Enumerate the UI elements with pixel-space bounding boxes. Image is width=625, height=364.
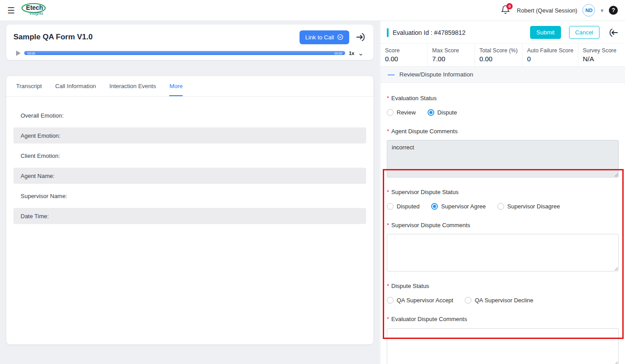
auto-failure-score-cell: Auto Failure Score 0 — [522, 44, 578, 66]
evaluation-id: Evaluation Id : #47859812 — [393, 29, 526, 36]
required-asterisk: * — [387, 283, 389, 290]
avatar[interactable]: ND — [582, 4, 595, 17]
left-panel: Sample QA Form V1.0 Link to Call 00:00 0… — [0, 21, 380, 364]
score-value: N/A — [583, 55, 621, 63]
circle-chevron-icon — [337, 34, 343, 40]
evaluation-header: Evaluation Id : #47859812 Submit Cancel — [381, 21, 625, 43]
notification-badge: 0 — [506, 3, 513, 9]
cancel-button[interactable]: Cancel — [569, 26, 599, 39]
help-icon[interactable]: ? — [609, 6, 618, 15]
submit-button[interactable]: Submit — [530, 26, 561, 39]
evaluation-panel: Evaluation Id : #47859812 Submit Cancel … — [380, 21, 625, 364]
elapsed-time: 00:00 — [27, 51, 35, 55]
score-label: Score — [385, 47, 423, 54]
tab-more[interactable]: More — [169, 76, 183, 96]
supervisor-dispute-comments-label: * Supervisor Dispute Comments — [387, 222, 619, 229]
score-value: 0.00 — [479, 55, 518, 63]
score-value: 0.00 — [385, 55, 423, 63]
collapse-panel-icon[interactable] — [608, 27, 619, 38]
score-label: Max Score — [432, 47, 470, 54]
evaluation-status-group: Review Dispute — [387, 109, 619, 116]
tab-bar: Transcript Call Information Interaction … — [6, 76, 373, 97]
topbar: ☰ Etech insights 0 Robert (Qeval Session… — [0, 0, 625, 21]
radio-dispute[interactable]: Dispute — [428, 109, 457, 116]
topbar-left: ☰ Etech insights — [7, 2, 48, 18]
score-cell: Score 0.00 — [381, 44, 427, 66]
tab-interaction-events[interactable]: Interaction Events — [109, 76, 156, 96]
radio-circle — [465, 297, 471, 304]
page-title: Sample QA Form V1.0 — [13, 33, 300, 42]
radio-circle — [387, 109, 394, 116]
evaluator-dispute-comments-label: * Evaluator Dispute Comments — [387, 316, 619, 323]
supervisor-dispute-status-label: * Supervisor Dispute Status — [387, 189, 619, 196]
radio-supervisor-disagree[interactable]: Supervisor Disagree — [497, 203, 560, 210]
play-button[interactable] — [16, 51, 21, 56]
score-label: Auto Failure Score — [527, 47, 574, 54]
evaluation-status-label: * Evaluation Status — [387, 95, 619, 102]
field-overall-emotion: Overall Emotion: — [13, 107, 366, 123]
link-to-call-label: Link to Call — [305, 34, 334, 41]
required-asterisk: * — [387, 189, 389, 196]
radio-circle — [497, 203, 504, 210]
playback-speed[interactable]: 1x — [349, 51, 354, 56]
radio-circle-checked — [428, 109, 434, 116]
radio-disputed[interactable]: Disputed — [387, 203, 420, 210]
collapse-section-icon[interactable]: — — [388, 71, 394, 78]
radio-circle-checked — [431, 203, 438, 210]
player-chevron-down-icon[interactable]: ⌄ — [358, 50, 364, 56]
survey-score-cell: Survey Score N/A — [578, 44, 625, 66]
section-title: Review/Dispute Information — [399, 71, 473, 78]
qa-form-card: Sample QA Form V1.0 Link to Call 00:00 0… — [6, 25, 373, 60]
notifications-button[interactable]: 0 — [501, 5, 511, 16]
brand-name: Etech — [26, 4, 43, 11]
score-label: Survey Score — [583, 47, 621, 54]
exit-fullscreen-icon[interactable] — [355, 32, 366, 42]
audio-player: 00:00 00:00 1x ⌄ — [13, 47, 366, 56]
topbar-right: 0 Robert (Qeval Session) ND ▾ ? — [501, 4, 618, 17]
seek-bar[interactable]: 00:00 00:00 — [24, 51, 345, 55]
tab-transcript[interactable]: Transcript — [16, 76, 42, 96]
agent-dispute-comments-label: * Agent Dispute Comments — [387, 128, 619, 135]
link-to-call-button[interactable]: Link to Call — [300, 30, 349, 44]
evaluator-dispute-comments-textarea[interactable] — [387, 328, 619, 364]
radio-qa-supervisor-decline[interactable]: QA Supervisor Decline — [465, 297, 533, 304]
more-tab-content: Overall Emotion: Agent Emotion: Client E… — [6, 97, 373, 239]
agent-dispute-comments-textarea[interactable]: incorrect — [387, 140, 619, 178]
supervisor-dispute-comments-textarea[interactable] — [387, 234, 619, 271]
accent-bar — [387, 28, 389, 37]
menu-icon[interactable]: ☰ — [7, 6, 15, 15]
duration-time: 00:00 — [334, 51, 342, 55]
total-score-cell: Total Score (%) 0.00 — [475, 44, 522, 66]
score-value: 0 — [527, 55, 574, 63]
score-label: Total Score (%) — [479, 47, 518, 54]
radio-circle — [387, 297, 394, 304]
field-agent-name: Agent Name: — [13, 168, 366, 184]
required-asterisk: * — [387, 95, 389, 102]
max-score-cell: Max Score 7.00 — [427, 44, 474, 66]
brand-logo[interactable]: Etech insights — [21, 2, 48, 18]
dispute-status-label: * Dispute Status — [387, 283, 619, 290]
required-asterisk: * — [387, 128, 389, 135]
user-name: Robert (Qeval Session) — [517, 7, 577, 14]
field-supervisor-name: Supervisor Name: — [13, 188, 366, 204]
required-asterisk: * — [387, 316, 389, 323]
field-date-time: Date Time: — [13, 208, 366, 224]
radio-circle — [387, 203, 394, 210]
brand-tagline: insights — [30, 11, 43, 16]
score-value: 7.00 — [432, 55, 470, 63]
supervisor-dispute-status-group: Disputed Supervisor Agree Supervisor Dis… — [387, 203, 619, 210]
required-asterisk: * — [387, 222, 389, 229]
score-summary: Score 0.00 Max Score 7.00 Total Score (%… — [381, 43, 625, 67]
radio-supervisor-agree[interactable]: Supervisor Agree — [431, 203, 486, 210]
radio-review[interactable]: Review — [387, 109, 416, 116]
field-agent-emotion: Agent Emotion: — [13, 127, 366, 144]
dispute-status-group: QA Supervisor Accept QA Supervisor Decli… — [387, 297, 619, 304]
dispute-form: * Evaluation Status Review Dispute * Age… — [381, 83, 625, 364]
section-review-dispute[interactable]: — Review/Dispute Information — [381, 67, 625, 83]
details-card: Transcript Call Information Interaction … — [6, 76, 373, 344]
tab-call-information[interactable]: Call Information — [55, 76, 96, 96]
chevron-down-icon[interactable]: ▾ — [600, 7, 604, 14]
field-client-emotion: Client Emotion: — [13, 148, 366, 164]
radio-qa-supervisor-accept[interactable]: QA Supervisor Accept — [387, 297, 453, 304]
